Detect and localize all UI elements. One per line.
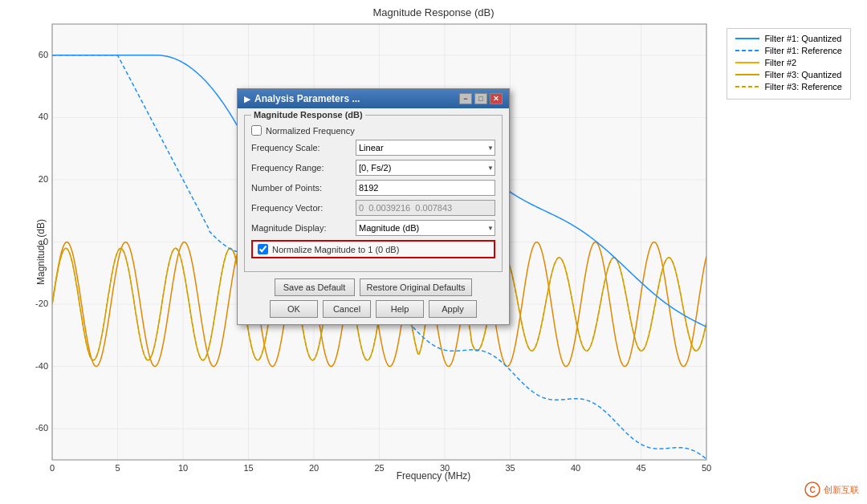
maximize-button[interactable]: □: [474, 93, 487, 104]
save-restore-row: Save as Default Restore Original Default…: [244, 278, 503, 296]
magnitude-display-row: Magnitude Display: Magnitude (dB) Magnit…: [251, 220, 495, 236]
group-box-title: Magnitude Response (dB): [251, 110, 365, 120]
freq-scale-label: Frequency Scale:: [251, 143, 356, 152]
help-button[interactable]: Help: [376, 300, 424, 318]
freq-range-select[interactable]: [0, Fs/2) [0, Fs): [356, 160, 495, 176]
freq-vector-row: Frequency Vector:: [251, 200, 495, 216]
normalized-freq-label[interactable]: Normalized Frequency: [266, 126, 355, 136]
freq-range-label: Frequency Range:: [251, 163, 356, 173]
freq-vector-label: Frequency Vector:: [251, 203, 356, 213]
freq-scale-select[interactable]: Linear Log: [356, 140, 495, 156]
dialog-body: Magnitude Response (dB) Normalized Frequ…: [238, 108, 509, 324]
magnitude-display-label: Magnitude Display:: [251, 223, 356, 233]
titlebar-controls: − □ ✕: [459, 93, 503, 104]
freq-vector-input: [356, 200, 495, 216]
freq-range-row: Frequency Range: [0, Fs/2) [0, Fs) ▼: [251, 160, 495, 176]
close-button[interactable]: ✕: [490, 93, 503, 104]
modal-overlay: ▶ Analysis Parameters ... − □ ✕ Magnitud…: [0, 0, 867, 504]
num-points-row: Number of Points:: [251, 180, 495, 196]
dialog-titlebar: ▶ Analysis Parameters ... − □ ✕: [238, 89, 509, 108]
apply-button[interactable]: Apply: [429, 300, 477, 318]
normalized-freq-row: Normalized Frequency: [251, 125, 495, 136]
dialog-title: Analysis Parameters ...: [254, 93, 360, 104]
cancel-button[interactable]: Cancel: [323, 300, 371, 318]
num-points-input[interactable]: [356, 180, 495, 196]
magnitude-display-select-wrapper: Magnitude (dB) Magnitude Phase ▼: [356, 220, 495, 236]
normalize-label[interactable]: Normalize Magnitude to 1 (0 dB): [272, 245, 399, 254]
freq-scale-row: Frequency Scale: Linear Log ▼: [251, 140, 495, 156]
freq-scale-select-wrapper: Linear Log ▼: [356, 140, 495, 156]
analysis-parameters-dialog: ▶ Analysis Parameters ... − □ ✕ Magnitud…: [237, 88, 510, 325]
normalize-box: Normalize Magnitude to 1 (0 dB): [251, 240, 495, 258]
minimize-button[interactable]: −: [459, 93, 472, 104]
magnitude-display-select[interactable]: Magnitude (dB) Magnitude Phase: [356, 220, 495, 236]
num-points-label: Number of Points:: [251, 183, 356, 193]
normalize-checkbox[interactable]: [258, 244, 268, 254]
freq-range-select-wrapper: [0, Fs/2) [0, Fs) ▼: [356, 160, 495, 176]
magnitude-response-group: Magnitude Response (dB) Normalized Frequ…: [244, 115, 503, 272]
normalized-freq-checkbox[interactable]: [251, 125, 262, 136]
restore-defaults-button[interactable]: Restore Original Defaults: [360, 278, 473, 296]
dialog-icon: ▶: [244, 95, 250, 104]
ok-button[interactable]: OK: [270, 300, 318, 318]
save-default-button[interactable]: Save as Default: [275, 278, 355, 296]
action-buttons-row: OK Cancel Help Apply: [244, 300, 503, 318]
titlebar-title-area: ▶ Analysis Parameters ...: [244, 93, 360, 104]
